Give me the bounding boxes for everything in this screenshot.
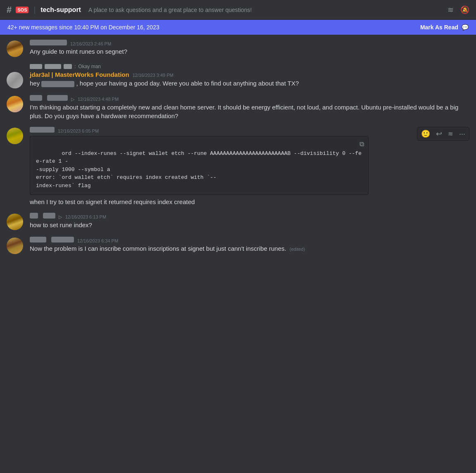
threads-icon[interactable]: ≋ [447,5,454,14]
reply-username-blurred2 [64,64,72,69]
hash-icon: # [7,5,12,15]
more-options-button[interactable]: ··· [457,128,467,140]
reply-button[interactable]: ↩ [434,128,444,140]
message-meta: 12/16/2023 6:34 PM [30,237,469,243]
message-group: ▷ 12/16/2023 4:48 PM I'm thinking about … [0,93,476,122]
edited-label: (edited) [290,247,305,252]
mark-as-read-button[interactable]: Mark As Read 💬 [420,24,469,31]
message-meta: ▷ 12/16/2023 6:13 PM [30,213,469,220]
username: jdar3al | MasterWorks Foundation [30,71,129,78]
username-blurred [30,40,67,45]
reply-username-blurred [45,64,61,69]
message-text: how to set rune index? [30,221,469,229]
header-icons: ≋ 🔕 [447,5,469,14]
reply-separator: : [74,64,76,69]
message-text: hey , hope your having a good day. Were … [30,79,469,88]
sos-badge: SOS [16,7,29,13]
username-blurred2 [47,95,68,101]
message-actions: 🙂 ↩ ≋ ··· [417,127,469,141]
username-blurred2 [51,237,74,242]
message-content: ▷ 12/16/2023 6:13 PM how to set rune ind… [30,213,469,230]
pin-button[interactable]: ≋ [446,128,455,140]
message-group: 12/16/2023 6:05 PM 🙂 ↩ ≋ ··· ⧉ord --inde… [0,125,476,208]
avatar [7,128,23,144]
header-divider: | [33,5,36,14]
channel-header: # SOS | tech-support A place to ask ques… [0,0,476,20]
reply-text: Okay man [78,64,101,69]
username-blurred [30,237,46,242]
reply-tag: ▷ [71,97,74,102]
message-meta: 12/16/2023 2:46 PM [30,40,469,46]
message-text: Any guide to mint runes on segnet? [30,47,469,56]
reply-preview: : Okay man [30,64,469,69]
message-meta: ▷ 12/16/2023 4:48 PM [30,95,469,102]
message-group: 12/16/2023 2:46 PM Any guide to mint run… [0,38,476,59]
message-meta: jdar3al | MasterWorks Foundation 12/16/2… [30,71,469,78]
channel-name: tech-support [40,6,81,14]
new-messages-text: 42+ new messages since 10:40 PM on Decem… [7,24,159,31]
timestamp: 12/16/2023 6:34 PM [77,238,118,243]
channel-description: A place to ask questions and a great pla… [88,7,443,13]
timestamp: 12/16/2023 4:48 PM [78,97,119,102]
code-block: ⧉ord --index-runes --signet wallet etch … [30,136,369,195]
message-content: : Okay man jdar3al | MasterWorks Foundat… [30,64,469,88]
copy-icon[interactable]: ⧉ [359,140,364,150]
username-blurred [30,127,55,133]
username-blurred [30,95,42,101]
timestamp: 12/16/2023 6:05 PM [58,128,99,133]
mute-icon[interactable]: 🔕 [460,5,469,14]
reply-avatar-blurred [30,64,42,69]
message-text: when I try to test on signet it returned… [30,197,469,206]
emoji-reaction-button[interactable]: 🙂 [419,128,432,140]
message-group: 12/16/2023 6:34 PM Now the problem is I … [0,235,476,256]
message-content: 12/16/2023 6:05 PM 🙂 ↩ ≋ ··· ⧉ord --inde… [30,127,469,206]
message-text: Now the problem is I can inscribe common… [30,244,469,253]
avatar [7,238,23,254]
message-group: : Okay man jdar3al | MasterWorks Foundat… [0,62,476,90]
chat-bubble-icon: 💬 [462,24,469,31]
new-messages-banner: 42+ new messages since 10:40 PM on Decem… [0,20,476,35]
timestamp: 12/16/2023 6:13 PM [65,214,106,219]
message-group: ▷ 12/16/2023 6:13 PM how to set rune ind… [0,211,476,232]
timestamp: 12/16/2023 3:49 PM [133,73,174,78]
avatar [7,40,23,57]
username-blurred [30,213,38,219]
message-text: I'm thinking about starting a completely… [30,103,469,120]
reply-tag2: ▷ [59,214,62,220]
timestamp: 12/16/2023 2:46 PM [70,41,111,46]
messages-container: 12/16/2023 2:46 PM Any guide to mint run… [0,35,476,259]
username-blurred2 [43,213,55,219]
avatar [7,214,23,230]
message-meta: 12/16/2023 6:05 PM [30,127,469,133]
message-content: 12/16/2023 6:34 PM Now the problem is I … [30,237,469,254]
avatar [7,96,23,112]
avatar [7,72,23,88]
mentioned-user-blurred [41,81,74,87]
message-content: 12/16/2023 2:46 PM Any guide to mint run… [30,40,469,57]
message-content: ▷ 12/16/2023 4:48 PM I'm thinking about … [30,95,469,120]
